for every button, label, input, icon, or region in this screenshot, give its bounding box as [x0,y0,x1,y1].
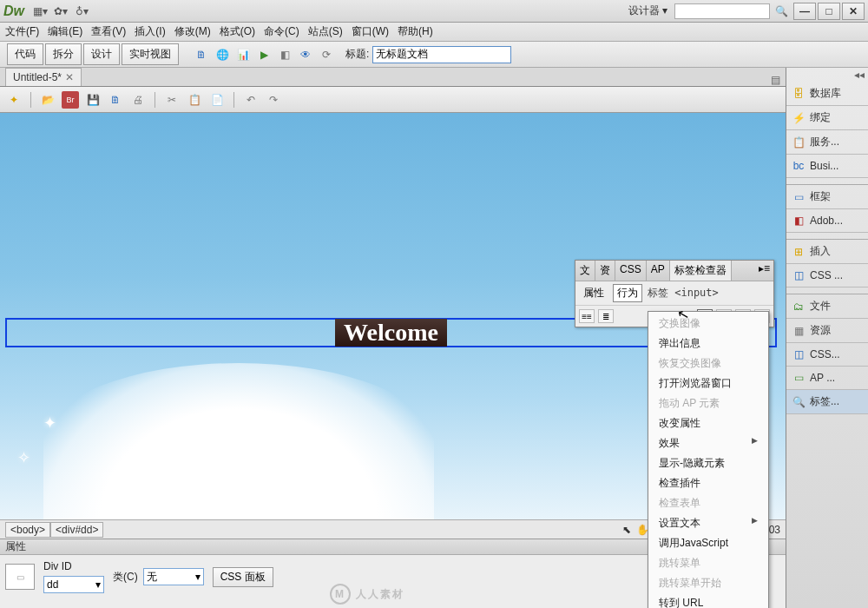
behavior-menu-item[interactable]: 显示-隐藏元素 [648,453,768,473]
extension-icon[interactable]: ✿▾ [54,4,68,18]
fp-tab[interactable]: 资 [595,261,615,281]
panel-label: 文件 [810,299,831,314]
undo-icon[interactable]: ↶ [242,91,260,109]
close-button[interactable]: ✕ [842,3,865,20]
sub-tab-attrs[interactable]: 属性 [580,285,608,301]
maximize-button[interactable]: □ [818,3,840,20]
panel-label: CSS ... [810,269,843,281]
menu-item[interactable]: 插入(I) [135,24,165,39]
panel-item[interactable]: ◫CSS... [786,343,868,367]
panel-item[interactable]: ◧Adob... [786,209,868,233]
check-icon[interactable]: ▶ [255,46,273,63]
view-mode-button[interactable]: 设计 [83,43,120,65]
menu-item[interactable]: 文件(F) [5,24,39,39]
browse-icon[interactable]: Br [62,91,79,109]
search-input[interactable] [674,3,770,19]
copy-icon[interactable]: 📋 [186,91,203,109]
menu-item[interactable]: 查看(V) [91,24,126,39]
behavior-menu-item: 检查表单 [648,493,768,513]
menu-item[interactable]: 窗口(W) [352,24,389,39]
redo-icon[interactable]: ↷ [265,91,282,109]
panel-item[interactable]: ▭框架 [786,185,868,209]
panel-label: 框架 [810,189,831,204]
behavior-menu-item[interactable]: 设置文本 [648,513,768,533]
list-view-icon[interactable]: ≡≡ [579,309,595,323]
panel-menu-icon[interactable]: ▸≡ [755,261,773,281]
right-panel-dock: ◂◂ 🗄数据库⚡绑定📋服务...bcBusi...▭框架◧Adob...⊞插入◫… [786,68,868,608]
options-icon[interactable]: ◧ [276,46,293,63]
panel-item[interactable]: ⊞插入 [786,240,868,264]
menu-item[interactable]: 格式(O) [220,24,255,39]
menu-item[interactable]: 帮助(H) [398,24,433,39]
panel-item[interactable]: ⚡绑定 [786,106,868,130]
panel-item[interactable]: ◫CSS ... [786,264,868,287]
new-icon[interactable]: ✦ [5,91,23,109]
select-tool-icon[interactable]: ⬉ [622,524,631,536]
view-mode-button[interactable]: 拆分 [45,43,82,65]
cut-icon[interactable]: ✂ [163,91,181,109]
behavior-menu-item[interactable]: 检查插件 [648,473,768,493]
div-id-select[interactable]: dd▾ [43,576,104,593]
behavior-menu-item[interactable]: 弹出信息 [648,334,768,354]
panel-collapse-icon[interactable]: ◂◂ [786,68,868,82]
print-icon[interactable]: 🖨 [129,91,147,109]
panel-item[interactable]: 🔍标签... [786,390,868,414]
file-manage-icon[interactable]: 🗎 [193,46,210,63]
detail-view-icon[interactable]: ≣ [598,309,614,323]
panel-icon: bc [792,159,806,173]
cloud-graphic [43,363,434,519]
doc-tab[interactable]: Untitled-5* ✕ [5,68,82,86]
panel-item[interactable]: ▦资源 [786,319,868,343]
panel-icon: ⊞ [792,245,806,259]
menu-item[interactable]: 修改(M) [174,24,211,39]
panel-item[interactable]: bcBusi... [786,155,868,178]
save-all-icon[interactable]: 🗎 [107,91,124,109]
panel-icon: ⚡ [792,111,806,125]
refresh-icon[interactable]: ⟳ [318,46,335,63]
save-icon[interactable]: 💾 [84,91,102,109]
minimize-button[interactable]: — [793,3,816,20]
title-input[interactable] [372,46,511,63]
fp-tab[interactable]: 文 [575,261,595,281]
behavior-menu-item[interactable]: 打开浏览器窗口 [648,373,768,393]
panel-item[interactable]: 🗄数据库 [786,82,868,106]
designer-dropdown[interactable]: 设计器 ▾ [628,3,667,18]
paste-icon[interactable]: 📄 [208,91,226,109]
panel-icon: ◫ [792,347,806,361]
panel-item[interactable]: ▭AP ... [786,367,868,390]
doc-tab-overflow-icon[interactable]: ▤ [766,74,786,86]
menu-item[interactable]: 命令(C) [264,24,299,39]
behavior-menu-item[interactable]: 调用JavaScript [648,533,768,553]
panel-icon: 🗂 [792,300,806,314]
tag-crumb[interactable]: <body> [5,522,50,538]
fp-tab[interactable]: CSS [615,261,647,281]
layout-icon[interactable]: ▦▾ [33,4,47,18]
sub-tab-behaviors[interactable]: 行为 [613,284,642,302]
fp-tab-active[interactable]: 标签检查器 [670,261,732,281]
preview-icon[interactable]: 🌐 [214,46,231,63]
menu-item[interactable]: 编辑(E) [48,24,82,39]
panel-icon: ▭ [792,190,806,204]
behavior-menu-item: 交换图像 [648,314,768,334]
view-mode-button[interactable]: 实时视图 [122,43,179,65]
site-icon[interactable]: ♁▾ [75,4,89,18]
panel-icon: ▭ [792,371,806,385]
doc-tab-close-icon[interactable]: ✕ [65,71,74,83]
css-panel-button[interactable]: CSS 面板 [213,567,273,587]
validate-icon[interactable]: 📊 [234,46,252,63]
search-icon[interactable]: 🔍 [775,5,788,17]
class-select[interactable]: 无▾ [143,568,204,585]
doc-tabs: Untitled-5* ✕ ▤ [0,68,786,87]
open-icon[interactable]: 📂 [39,91,56,109]
tag-crumb[interactable]: <div#dd> [50,522,103,538]
behavior-menu-item[interactable]: 改变属性 [648,413,768,433]
panel-item[interactable]: 🗂文件 [786,294,868,319]
behavior-menu-item[interactable]: 效果 [648,433,768,453]
menu-item[interactable]: 站点(S) [308,24,343,39]
panel-label: 数据库 [810,86,841,101]
behavior-menu-item[interactable]: 转到 URL [648,593,768,608]
view-mode-button[interactable]: 代码 [7,43,43,65]
visual-aids-icon[interactable]: 👁 [297,46,314,63]
fp-tab[interactable]: AP [647,261,670,281]
panel-item[interactable]: 📋服务... [786,130,868,155]
